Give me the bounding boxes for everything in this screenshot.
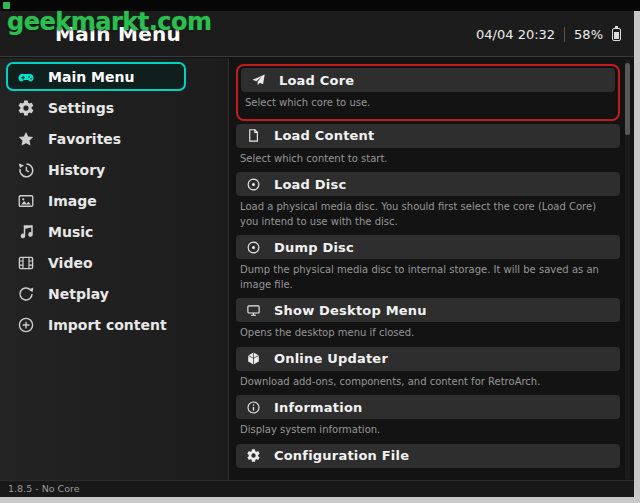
sidebar-item-label: History <box>48 162 105 178</box>
entry-row: Information <box>236 395 620 419</box>
menu-entry-online-updater[interactable]: Online Updater Download add-ons, compone… <box>236 347 620 396</box>
menu-entry-list: Load Core Select which core to use. Load… <box>230 58 622 480</box>
sidebar-item-label: Main Menu <box>48 69 134 85</box>
sidebar-item-label: Import content <box>48 317 167 333</box>
sidebar-item-history[interactable]: History <box>0 154 228 185</box>
watermark-text: geekmarkt.com <box>7 8 212 36</box>
menu-entry-show-desktop-menu[interactable]: Show Desktop Menu Opens the desktop menu… <box>236 298 620 347</box>
netplay-refresh-icon <box>17 285 35 303</box>
entry-label: Load Content <box>274 128 374 143</box>
sidebar-item-label: Favorites <box>48 131 121 147</box>
sidebar: Main Menu Settings Favorites History Ima… <box>0 58 229 480</box>
entry-row: Configuration File <box>236 444 620 468</box>
entry-sublabel: Dump the physical media disc to internal… <box>236 259 620 298</box>
desktop-icon <box>246 303 261 318</box>
core-icon <box>251 73 266 88</box>
selection-highlight-box: Load Core Select which core to use. <box>236 64 620 121</box>
sidebar-item-main-menu[interactable]: Main Menu <box>6 62 186 91</box>
menu-entry-configuration-file[interactable]: Configuration File <box>236 444 620 468</box>
sidebar-item-image[interactable]: Image <box>0 185 228 216</box>
gear-icon <box>246 448 261 463</box>
entry-row: Load Content <box>236 124 620 148</box>
plus-circle-icon <box>17 316 35 334</box>
entry-row: Dump Disc <box>236 235 620 259</box>
menu-entry-load-content[interactable]: Load Content Select which content to sta… <box>236 124 620 173</box>
disc-icon <box>246 177 261 192</box>
sidebar-item-favorites[interactable]: Favorites <box>0 123 228 154</box>
entry-label: Information <box>274 400 362 415</box>
menu-entry-load-core[interactable]: Load Core Select which core to use. <box>241 68 615 117</box>
file-icon <box>246 128 261 143</box>
sidebar-item-music[interactable]: Music <box>0 216 228 247</box>
sidebar-item-label: Settings <box>48 100 114 116</box>
entry-sublabel: Display system information. <box>236 419 620 444</box>
entry-sublabel: Select which core to use. <box>241 92 615 117</box>
status-bar: 1.8.5 - No Core <box>0 480 634 497</box>
info-icon <box>246 400 261 415</box>
entry-label: Dump Disc <box>274 240 354 255</box>
datetime-label: 04/04 20:32 <box>476 27 555 42</box>
menu-entry-dump-disc[interactable]: Dump Disc Dump the physical media disc t… <box>236 235 620 298</box>
updater-cube-icon <box>246 351 261 366</box>
entry-row: Show Desktop Menu <box>236 298 620 322</box>
scrollbar[interactable] <box>625 58 630 480</box>
sidebar-item-netplay[interactable]: Netplay <box>0 278 228 309</box>
entry-sublabel: Download add-ons, components, and conten… <box>236 371 620 396</box>
sidebar-item-label: Music <box>48 224 93 240</box>
entry-sublabel: Select which content to start. <box>236 148 620 173</box>
entry-row: Load Core <box>241 68 615 92</box>
entry-label: Online Updater <box>274 351 388 366</box>
header-status-area: 04/04 20:32 58% <box>476 11 621 57</box>
entry-label: Load Core <box>279 73 354 88</box>
gamepad-icon <box>17 68 35 86</box>
menu-entry-load-disc[interactable]: Load Disc Load a physical media disc. Yo… <box>236 172 620 235</box>
entry-row: Online Updater <box>236 347 620 371</box>
entry-label: Configuration File <box>274 448 409 463</box>
sidebar-item-label: Video <box>48 255 93 271</box>
scrollbar-thumb[interactable] <box>625 63 630 135</box>
retroarch-window: Main Menu 04/04 20:32 58% Main Menu Sett… <box>0 11 634 497</box>
star-icon <box>17 130 35 148</box>
history-icon <box>17 161 35 179</box>
disc-icon <box>246 240 261 255</box>
entry-label: Show Desktop Menu <box>274 303 427 318</box>
entry-label: Load Disc <box>274 177 346 192</box>
entry-row: Load Disc <box>236 172 620 196</box>
entry-sublabel: Opens the desktop menu if closed. <box>236 322 620 347</box>
battery-percent-label: 58% <box>574 27 603 42</box>
sidebar-item-label: Netplay <box>48 286 109 302</box>
film-icon <box>17 254 35 272</box>
version-label: 1.8.5 - No Core <box>8 483 80 494</box>
battery-icon <box>612 28 621 41</box>
sidebar-item-label: Image <box>48 193 97 209</box>
sidebar-item-video[interactable]: Video <box>0 247 228 278</box>
header-divider <box>564 27 565 42</box>
sidebar-item-settings[interactable]: Settings <box>0 92 228 123</box>
gear-icon <box>17 99 35 117</box>
sidebar-item-import-content[interactable]: Import content <box>0 309 228 340</box>
menu-entry-information[interactable]: Information Display system information. <box>236 395 620 444</box>
entry-sublabel: Load a physical media disc. You should f… <box>236 196 620 235</box>
image-icon <box>17 192 35 210</box>
music-note-icon <box>17 223 35 241</box>
